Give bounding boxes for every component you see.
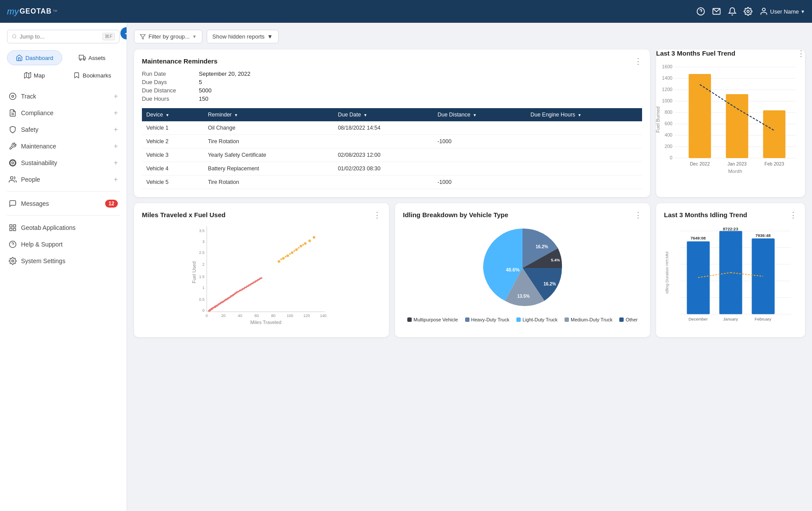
fuel-trend-chart: 1600 1400 1200 1000 800 600 400 200 0 <box>656 63 805 176</box>
svg-text:January: January <box>723 317 738 321</box>
fuel-trend-title: Last 3 Months Fuel Trend <box>656 49 735 57</box>
sidebar-item-maintenance[interactable]: Maintenance + <box>4 138 123 155</box>
svg-text:Fuel Used: Fuel Used <box>191 261 197 283</box>
compliance-expand[interactable]: + <box>114 109 118 117</box>
settings-icon[interactable] <box>744 7 752 16</box>
miles-fuel-more-button[interactable]: ⋮ <box>373 211 381 219</box>
idling-breakdown-more-button[interactable]: ⋮ <box>634 211 642 219</box>
svg-point-105 <box>215 306 216 308</box>
svg-text:2.5: 2.5 <box>199 250 205 255</box>
tab-map[interactable]: Map <box>7 68 62 83</box>
svg-point-143 <box>304 242 307 245</box>
sustainability-expand[interactable]: + <box>114 159 118 167</box>
col-reminder[interactable]: Reminder ▼ <box>204 108 334 121</box>
svg-point-109 <box>236 292 237 293</box>
filter-by-group-button[interactable]: Filter by group... ▼ <box>134 30 202 43</box>
pie-legend: Multipurpose Vehicle Heavy-Duty Truck Li… <box>407 317 638 322</box>
sidebar-item-compliance[interactable]: Compliance + <box>4 105 123 121</box>
compliance-icon <box>9 109 17 117</box>
sidebar-item-geotab-apps[interactable]: Geotab Applications <box>4 219 123 236</box>
show-hidden-reports-button[interactable]: Show hidden reports ▼ <box>207 30 279 43</box>
sidebar-item-sustainability[interactable]: Sustainability + <box>4 155 123 171</box>
hidden-reports-chevron-icon: ▼ <box>267 33 273 40</box>
bell-icon[interactable] <box>728 7 737 16</box>
col-device[interactable]: Device ▼ <box>142 108 204 121</box>
legend-other: Other <box>619 317 638 322</box>
search-shortcut: ⌘F <box>102 33 115 40</box>
sidebar-section-bottom: Geotab Applications Help & Support Syste… <box>0 219 127 269</box>
sidebar-item-people[interactable]: People + <box>4 171 123 188</box>
svg-point-149 <box>293 250 295 252</box>
sidebar: ◀ ⌘F Dashboard Assets Map Bookmarks <box>0 23 127 511</box>
svg-point-142 <box>300 245 302 247</box>
bookmarks-icon <box>73 72 80 79</box>
svg-point-129 <box>244 287 246 289</box>
maintenance-expand[interactable]: + <box>114 142 118 150</box>
legend-multipurpose-dot <box>407 317 412 322</box>
svg-point-108 <box>230 295 232 297</box>
search-input[interactable] <box>20 33 100 40</box>
svg-point-131 <box>248 284 250 286</box>
fuel-trend-more-button[interactable]: ⋮ <box>797 49 805 57</box>
legend-medium-duty-dot <box>565 317 569 322</box>
sidebar-item-safety[interactable]: Safety + <box>4 121 123 138</box>
people-expand[interactable]: + <box>114 176 118 183</box>
svg-point-128 <box>242 288 244 290</box>
col-due-engine-hours[interactable]: Due Engine Hours ▼ <box>526 108 642 121</box>
sidebar-divider-2 <box>7 215 120 216</box>
svg-point-145 <box>313 236 315 239</box>
col-due-distance[interactable]: Due Distance ▼ <box>433 108 526 121</box>
svg-text:Feb 2023: Feb 2023 <box>764 162 784 166</box>
tab-assets[interactable]: Assets <box>65 50 120 65</box>
search-box[interactable]: ⌘F <box>7 30 120 43</box>
svg-point-150 <box>298 247 300 249</box>
svg-text:3: 3 <box>202 240 205 244</box>
sidebar-item-track[interactable]: Track + <box>4 88 123 105</box>
track-expand[interactable]: + <box>114 92 118 100</box>
svg-point-146 <box>280 258 282 260</box>
sidebar-item-system-settings[interactable]: System Settings <box>4 253 123 269</box>
idling-breakdown-title: Idling Breakdown by Vehicle Type <box>403 211 508 218</box>
svg-point-110 <box>211 308 213 310</box>
svg-marker-11 <box>25 72 31 78</box>
track-icon <box>9 92 17 100</box>
tab-bookmarks[interactable]: Bookmarks <box>65 68 120 83</box>
idling-trend-title: Last 3 Months Idling Trend <box>664 211 747 218</box>
sidebar-toggle[interactable]: ◀ <box>120 27 127 39</box>
svg-text:400: 400 <box>664 133 672 137</box>
svg-point-26 <box>12 260 14 262</box>
svg-rect-20 <box>10 225 12 227</box>
svg-point-147 <box>285 256 286 257</box>
svg-text:60: 60 <box>254 314 259 318</box>
tab-dashboard[interactable]: Dashboard <box>7 50 62 65</box>
maintenance-more-button[interactable]: ⋮ <box>634 57 642 65</box>
svg-text:140: 140 <box>320 314 326 318</box>
bar-february <box>752 239 774 314</box>
svg-point-5 <box>12 35 16 38</box>
grid-icon <box>9 224 17 232</box>
svg-text:February: February <box>755 317 771 321</box>
sidebar-item-messages[interactable]: Messages 12 <box>4 195 123 212</box>
mail-icon[interactable] <box>712 7 721 16</box>
user-menu[interactable]: User Name ▼ <box>759 7 805 16</box>
svg-point-151 <box>302 244 304 246</box>
col-due-date[interactable]: Due Date ▼ <box>333 108 433 121</box>
svg-text:80: 80 <box>271 314 275 318</box>
messages-icon <box>9 200 17 208</box>
svg-text:Miles Traveled: Miles Traveled <box>251 320 282 325</box>
idling-trend-more-button[interactable]: ⋮ <box>789 211 797 219</box>
bar-dec-2022 <box>688 74 711 158</box>
svg-point-19 <box>11 176 13 179</box>
svg-point-136 <box>259 278 261 279</box>
svg-point-130 <box>246 285 248 287</box>
svg-point-113 <box>227 298 229 300</box>
legend-other-dot <box>619 317 624 322</box>
sidebar-section-messages: Messages 12 <box>0 195 127 212</box>
safety-expand[interactable]: + <box>114 126 118 134</box>
sidebar-item-help[interactable]: Help & Support <box>4 236 123 253</box>
help-icon[interactable] <box>696 7 705 16</box>
svg-rect-7 <box>79 55 83 59</box>
svg-point-18 <box>12 162 14 164</box>
table-row: Vehicle 1 Oil Change 08/18/2022 14:54 <box>142 121 642 135</box>
fuel-chart-svg: 1600 1400 1200 1000 800 600 400 200 0 <box>656 63 805 176</box>
